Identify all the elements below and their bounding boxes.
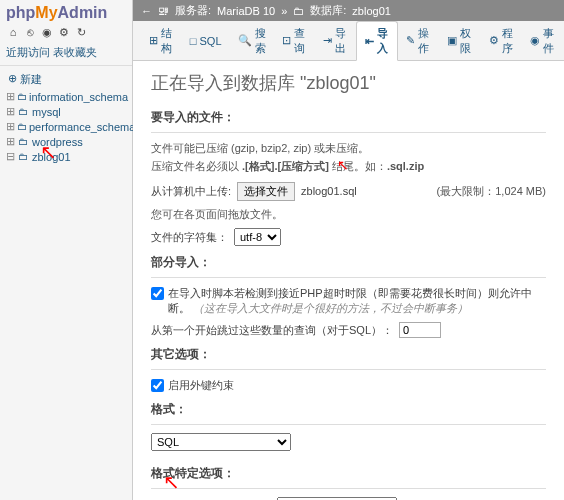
- home-icon[interactable]: ⌂: [6, 26, 20, 40]
- max-size-label: (最大限制：1,024 MB): [437, 184, 546, 199]
- allow-interrupt-checkbox[interactable]: [151, 287, 164, 300]
- import-icon: ⇤: [365, 35, 374, 48]
- db-icon: 🗀: [18, 136, 30, 147]
- expand-icon[interactable]: ⊟: [6, 150, 16, 163]
- tab-structure[interactable]: ⊞结构: [141, 21, 182, 60]
- favorites-link[interactable]: 表收藏夹: [53, 46, 97, 58]
- recent-favorites: 近期访问 表收藏夹: [0, 42, 132, 63]
- tab-bar: ⊞结构 □SQL 🔍搜索 ⊡查询 ⇥导出 ⇤导入 ✎操作 ▣权限 ⚙程序 ◉事件: [133, 21, 564, 61]
- expand-icon[interactable]: ⊞: [6, 90, 15, 103]
- import-form: 正在导入到数据库 "zblog01" 要导入的文件： 文件可能已压缩 (gzip…: [133, 61, 564, 500]
- new-icon: ⊕: [8, 72, 17, 87]
- other-section-title: 其它选项：: [151, 346, 546, 363]
- drag-hint: 您可在各页面间拖放文件。: [151, 207, 546, 222]
- chosen-file-name: zblog01.sql: [301, 185, 357, 197]
- new-db[interactable]: ⊕ 新建: [4, 70, 128, 89]
- db-tree: ⊕ 新建 ⊞🗀information_schema ⊞🗀mysql ⊞🗀perf…: [0, 68, 132, 166]
- sql-icon: □: [190, 35, 197, 47]
- tab-search[interactable]: 🔍搜索: [230, 21, 274, 60]
- sidebar-toolbar: ⌂ ⎋ ◉ ⚙ ↻: [0, 24, 132, 42]
- tab-import[interactable]: ⇤导入: [356, 21, 399, 61]
- allow-interrupt-label: 在导入时脚本若检测到接近PHP超时时限（即需要花费很长时间）则允许中断。 （这在…: [168, 286, 546, 316]
- db-icon: 🗀: [293, 5, 304, 17]
- reload-icon[interactable]: ↻: [74, 26, 88, 40]
- logo[interactable]: phpMyAdmin: [0, 2, 132, 24]
- routines-icon: ⚙: [489, 34, 499, 47]
- partial-section-title: 部分导入：: [151, 254, 546, 271]
- db-link[interactable]: zblog01: [352, 5, 391, 17]
- tab-routines[interactable]: ⚙程序: [481, 21, 523, 60]
- tab-query[interactable]: ⊡查询: [274, 21, 315, 60]
- skip-label: 从第一个开始跳过这些数量的查询（对于SQL）：: [151, 323, 393, 338]
- db-item-mysql[interactable]: ⊞🗀mysql: [4, 104, 128, 119]
- fk-label: 启用外键约束: [168, 378, 234, 393]
- charset-select[interactable]: utf-8: [234, 228, 281, 246]
- skip-input[interactable]: [399, 322, 441, 338]
- file-info: 文件可能已压缩 (gzip, bzip2, zip) 或未压缩。 压缩文件名必须…: [151, 141, 546, 176]
- main-panel: ← 🖳 服务器: MariaDB 10 » 🗀 数据库: zblog01 ⊞结构…: [133, 0, 564, 500]
- server-icon: 🖳: [158, 5, 169, 17]
- collapse-icon[interactable]: ←: [141, 5, 152, 17]
- charset-label: 文件的字符集：: [151, 230, 228, 245]
- upload-label: 从计算机中上传:: [151, 184, 231, 199]
- format-section-title: 格式：: [151, 401, 546, 418]
- tab-privileges[interactable]: ▣权限: [439, 21, 481, 60]
- db-item-wordpress[interactable]: ⊞🗀wordpress: [4, 134, 128, 149]
- tab-events[interactable]: ◉事件: [522, 21, 564, 60]
- db-icon: 🗀: [18, 106, 30, 117]
- fk-checkbox[interactable]: [151, 379, 164, 392]
- breadcrumb: ← 🖳 服务器: MariaDB 10 » 🗀 数据库: zblog01: [133, 0, 564, 21]
- events-icon: ◉: [530, 34, 540, 47]
- server-link[interactable]: MariaDB 10: [217, 5, 275, 17]
- tab-sql[interactable]: □SQL: [182, 21, 230, 60]
- docs-icon[interactable]: ◉: [40, 26, 54, 40]
- query-icon: ⊡: [282, 34, 291, 47]
- db-item-information-schema[interactable]: ⊞🗀information_schema: [4, 89, 128, 104]
- sidebar: phpMyAdmin ⌂ ⎋ ◉ ⚙ ↻ 近期访问 表收藏夹 ⊕ 新建 ⊞🗀in…: [0, 0, 133, 500]
- file-section-title: 要导入的文件：: [151, 109, 546, 126]
- settings-icon[interactable]: ⚙: [57, 26, 71, 40]
- logout-icon[interactable]: ⎋: [23, 26, 37, 40]
- db-icon: 🗀: [18, 151, 30, 162]
- expand-icon[interactable]: ⊞: [6, 120, 15, 133]
- expand-icon[interactable]: ⊞: [6, 105, 16, 118]
- tab-operations[interactable]: ✎操作: [398, 21, 439, 60]
- expand-icon[interactable]: ⊞: [6, 135, 16, 148]
- tab-export[interactable]: ⇥导出: [315, 21, 356, 60]
- privileges-icon: ▣: [447, 34, 457, 47]
- page-title: 正在导入到数据库 "zblog01": [151, 71, 546, 95]
- format-opts-title: 格式特定选项：: [151, 465, 546, 482]
- format-select[interactable]: SQL: [151, 433, 291, 451]
- export-icon: ⇥: [323, 34, 332, 47]
- operations-icon: ✎: [406, 34, 415, 47]
- db-icon: 🗀: [17, 91, 27, 102]
- db-item-performance-schema[interactable]: ⊞🗀performance_schema: [4, 119, 128, 134]
- choose-file-button[interactable]: 选择文件: [237, 182, 295, 201]
- search-icon: 🔍: [238, 34, 252, 47]
- db-icon: 🗀: [17, 121, 27, 132]
- db-item-zblog01[interactable]: ⊟🗀zblog01: [4, 149, 128, 164]
- structure-icon: ⊞: [149, 34, 158, 47]
- recent-link[interactable]: 近期访问: [6, 46, 50, 58]
